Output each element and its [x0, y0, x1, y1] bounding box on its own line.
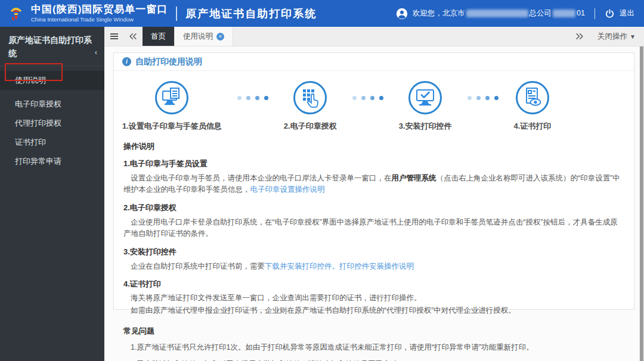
process-steps: 1.设置电子印章与手签员信息 2.电子印章授权 [114, 71, 634, 134]
section2-paragraph: 企业使用电子口岸卡登录自助打印系统，在“电子印章授权”界面中选择原产地证书上使用… [123, 217, 624, 240]
section2-heading: 2.电子印章授权 [123, 203, 624, 213]
section4-paragraph-1: 海关将原产地证打印文件发送至单一窗口，企业查询出需要打印的证书，进行打印操作。 [123, 292, 624, 304]
tab-home[interactable]: 首页 [143, 27, 174, 46]
step-label: 4.证书打印 [514, 121, 552, 132]
faq-heading: 常见问题 [123, 326, 624, 337]
sidebar-menu: 使用说明 电子印章授权 代理打印授权 证书打印 打印异常申请 [0, 66, 104, 171]
redacted-company-suffix [553, 10, 575, 17]
sidebar-collapse-icon[interactable]: ‹ [95, 46, 97, 58]
section1-heading: 1.电子印章与手签员设置 [123, 158, 624, 169]
tab-usage-instructions[interactable]: 使用说明 × [174, 27, 233, 46]
step-install-control: 3.安装打印控件 [399, 80, 452, 132]
section1-paragraph: 设置企业电子印章与手签员，请使用本企业的电子口岸法人卡登录单一窗口，在用户管理系… [123, 173, 624, 196]
main-content: i 自助打印使用说明 1.设置电子印章与手 [104, 46, 644, 361]
section3-text-a: 企业在自助打印系统中打印证书前，需要 [131, 262, 265, 270]
power-icon [605, 8, 615, 18]
monitor-check-icon [408, 80, 442, 115]
sidebar-item-certificate-print[interactable]: 证书打印 [0, 133, 104, 152]
monitor-document-icon [154, 80, 189, 115]
logout-label: 退出 [620, 8, 634, 18]
document-eye-icon [515, 80, 550, 115]
scroll-tabs-right-icon[interactable] [570, 27, 589, 46]
tab-close-icon[interactable]: × [216, 33, 224, 41]
user-avatar-icon [396, 8, 408, 20]
tab-usage-label: 使用说明 [183, 32, 213, 42]
section1-bold-text: 用户管理系统 [392, 174, 436, 182]
brand-block: 中国(陕西)国际贸易单一窗口 China International Trade… [31, 4, 168, 23]
welcome-suffix: 01 [577, 9, 585, 17]
section4-heading: 4.证书打印 [123, 279, 624, 290]
header-right-divider [595, 8, 595, 19]
faq-item-2: 2.已安装过打印控件，打印时再次提示安装打印控件，请检查打印控件是否已启动。 [123, 359, 624, 361]
step-label: 2.电子印章授权 [284, 121, 337, 132]
single-window-logo-icon [6, 4, 26, 24]
welcome-prefix: 欢迎您，北京市 [413, 9, 465, 17]
download-install-control-link[interactable]: 下载并安装打印控件。 [265, 262, 339, 270]
tab-bar: 首页 使用说明 × 关闭操作 ▼ [104, 27, 644, 46]
redacted-company-name [466, 10, 528, 17]
step-label: 3.安装打印控件 [399, 121, 452, 132]
panel-title: 自助打印使用说明 [135, 57, 202, 67]
menu-toggle-icon[interactable] [104, 27, 123, 46]
step-dots [235, 96, 271, 100]
close-operations-label: 关闭操作 [597, 32, 627, 42]
operations-heading: 操作说明 [123, 141, 624, 152]
app-title: 原产地证书自助打印系统 [185, 7, 317, 21]
welcome-text: 欢迎您，北京市总公司01 [413, 8, 585, 18]
sidebar-item-agent-print-authorization[interactable]: 代理打印授权 [0, 114, 104, 133]
brand-title-cn: 中国(陕西)国际贸易单一窗口 [31, 4, 168, 15]
logout-button[interactable]: 退出 [605, 8, 634, 18]
scroll-tabs-left-icon[interactable] [123, 27, 143, 46]
control-install-guide-link[interactable]: 打印控件安装操作说明 [339, 262, 414, 270]
section3-paragraph: 企业在自助打印系统中打印证书前，需要下载并安装打印控件。打印控件安装操作说明 [123, 261, 624, 272]
scrollbar-thumb[interactable] [640, 46, 643, 361]
step-dots [350, 96, 386, 100]
sidebar-title: 原产地证书自助打印系统 ‹ [0, 27, 104, 66]
sidebar-item-print-exception-request[interactable]: 打印异常申请 [0, 152, 104, 171]
welcome-mid: 总公司 [530, 9, 552, 17]
step-label: 1.设置电子印章与手签员信息 [122, 121, 222, 132]
section3-heading: 3.安装打印控件 [123, 247, 624, 257]
faq-item-1: 1.原产地证书证书只允许打印1次。如由于打印机异常等原因造成证书未能正常打印，请… [123, 342, 624, 353]
brand-title-en: China International Trade Single Window [31, 17, 168, 23]
step-dots [465, 96, 501, 100]
sidebar-title-text: 原产地证书自助打印系统 [8, 35, 92, 58]
instructions: 操作说明 1.电子印章与手签员设置 设置企业电子印章与手签员，请使用本企业的电子… [114, 141, 634, 361]
eseal-setup-guide-link[interactable]: 电子印章设置操作说明 [250, 185, 325, 194]
sidebar-item-usage-instructions[interactable]: 使用说明 [0, 71, 104, 90]
section4-paragraph-2: 如需由原产地证代理申报企业打印证书，企业则在原产地证书自助打印系统的“代理打印授… [123, 305, 624, 316]
info-icon: i [122, 57, 131, 66]
keypad-hand-icon [293, 80, 327, 115]
top-header: 中国(陕西)国际贸易单一窗口 China International Trade… [0, 0, 644, 27]
section1-text-a: 设置企业电子印章与手签员，请使用本企业的电子口岸法人卡登录单一窗口，在 [131, 174, 392, 182]
step-certificate-print: 4.证书打印 [514, 80, 552, 132]
sidebar: 原产地证书自助打印系统 ‹ 使用说明 电子印章授权 代理打印授权 证书打印 打印… [0, 27, 104, 361]
step-setup-eseal: 1.设置电子印章与手签员信息 [122, 80, 222, 132]
tab-spacer [233, 27, 570, 46]
vertical-scrollbar[interactable] [639, 46, 644, 361]
sidebar-item-eseal-authorization[interactable]: 电子印章授权 [0, 95, 104, 114]
usage-panel: i 自助打印使用说明 1.设置电子印章与手 [113, 52, 634, 310]
header-divider [176, 7, 177, 21]
step-eseal-authorize: 2.电子印章授权 [284, 80, 337, 132]
panel-header: i 自助打印使用说明 [114, 53, 634, 71]
close-operations-dropdown[interactable]: 关闭操作 ▼ [589, 27, 644, 46]
chevron-down-icon: ▼ [630, 33, 636, 40]
